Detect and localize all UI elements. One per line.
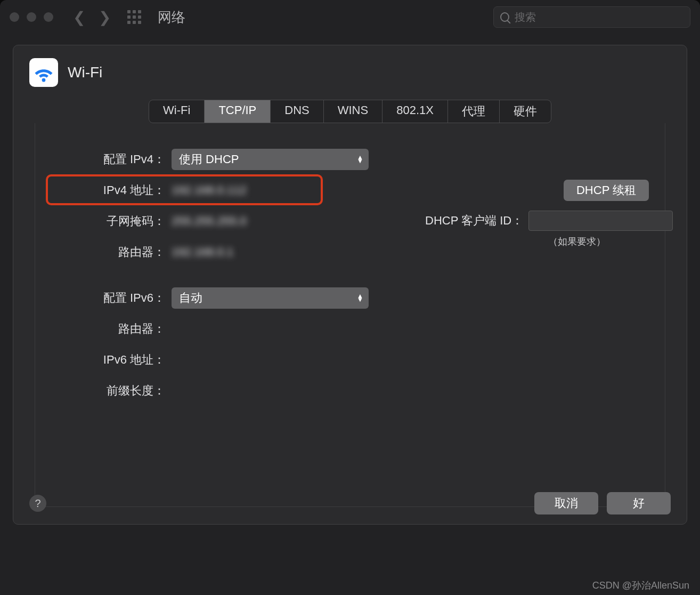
wifi-icon — [29, 58, 58, 87]
ipv4-config-value: 使用 DHCP — [179, 151, 239, 167]
router-value: 192.168.0.1 — [172, 245, 233, 259]
tab-content: 配置 IPv4： 使用 DHCP ▲▼ IPv4 地址： 192.168.0.1… — [35, 123, 665, 507]
prefix-label: 前缀长度： — [49, 383, 172, 399]
ipv4-config-select[interactable]: 使用 DHCP ▲▼ — [172, 149, 369, 170]
dhcp-client-id-input[interactable] — [528, 211, 673, 231]
ipv6-config-label: 配置 IPv6： — [49, 290, 172, 306]
dhcp-client-id-hint: （如果要求） — [505, 235, 649, 248]
ipv6-config-select[interactable]: 自动 ▲▼ — [172, 287, 369, 309]
tab--[interactable]: 代理 — [448, 100, 500, 123]
ipv4-config-label: 配置 IPv4： — [49, 151, 172, 167]
tab--[interactable]: 硬件 — [500, 100, 551, 123]
tab-802-1x[interactable]: 802.1X — [382, 100, 448, 123]
tab-tcp-ip[interactable]: TCP/IP — [205, 100, 271, 123]
settings-sheet: Wi-Fi Wi-FiTCP/IPDNSWINS802.1X代理硬件 配置 IP… — [13, 45, 687, 525]
search-box[interactable] — [493, 6, 690, 28]
subnet-label: 子网掩码： — [49, 213, 172, 229]
ipv4-addr-value: 192.168.0.112 — [172, 183, 247, 197]
router-label: 路由器： — [49, 244, 172, 260]
back-button[interactable]: ❮ — [69, 7, 88, 27]
titlebar: ❮ ❯ 网络 — [0, 0, 700, 34]
minimize-dot[interactable] — [27, 12, 36, 22]
dhcp-client-id-label: DHCP 客户端 ID： — [425, 213, 523, 229]
dhcp-renew-button[interactable]: DHCP 续租 — [564, 180, 649, 201]
ok-button[interactable]: 好 — [607, 492, 671, 514]
ipv6-config-value: 自动 — [179, 290, 202, 306]
subnet-value: 255.255.255.0 — [172, 214, 247, 228]
window-controls — [10, 12, 53, 22]
ipv6-addr-label: IPv6 地址： — [49, 352, 172, 368]
window-title: 网络 — [158, 8, 185, 27]
apps-grid-icon[interactable] — [125, 7, 144, 27]
tab-bar: Wi-FiTCP/IPDNSWINS802.1X代理硬件 — [149, 100, 551, 123]
search-icon — [500, 12, 509, 22]
cancel-button[interactable]: 取消 — [534, 492, 598, 514]
zoom-dot[interactable] — [44, 12, 53, 22]
chevron-updown-icon: ▲▼ — [357, 294, 363, 302]
close-dot[interactable] — [10, 12, 19, 22]
tab-wi-fi[interactable]: Wi-Fi — [149, 100, 205, 123]
router6-label: 路由器： — [49, 321, 172, 337]
forward-button[interactable]: ❯ — [95, 7, 114, 27]
sheet-title: Wi-Fi — [68, 64, 102, 81]
tab-dns[interactable]: DNS — [271, 100, 323, 123]
help-button[interactable]: ? — [29, 495, 46, 512]
chevron-updown-icon: ▲▼ — [357, 156, 363, 163]
watermark: CSDN @孙治AllenSun — [592, 579, 689, 592]
tab-wins[interactable]: WINS — [324, 100, 382, 123]
search-input[interactable] — [515, 11, 683, 23]
